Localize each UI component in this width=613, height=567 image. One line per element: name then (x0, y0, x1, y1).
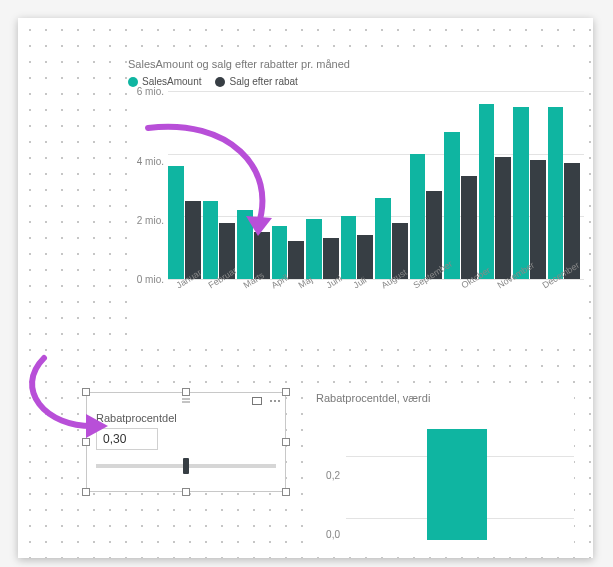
resize-handle[interactable] (282, 438, 290, 446)
bar-salesamount[interactable] (375, 198, 391, 279)
bar-group (479, 91, 512, 279)
report-canvas: SalesAmount og salg efter rabatter pr. m… (18, 18, 593, 558)
chart-title: SalesAmount og salg efter rabatter pr. m… (128, 58, 584, 70)
legend-item-salg-efter-rabat[interactable]: Salg efter rabat (215, 76, 297, 87)
bar-group (548, 91, 581, 279)
bar-group (168, 91, 201, 279)
resize-handle[interactable] (82, 438, 90, 446)
bar-group (203, 91, 236, 279)
bar-salesamount[interactable] (444, 132, 460, 279)
bar-salesamount[interactable] (168, 166, 184, 279)
bars-container (346, 410, 568, 540)
bar-group (272, 91, 305, 279)
resize-handle[interactable] (82, 388, 90, 396)
chart-plot-area: _ 0,2 0,0 (316, 410, 574, 540)
bar-group (306, 91, 339, 279)
slicer-slider-thumb[interactable] (183, 458, 189, 474)
value-bar (427, 429, 487, 540)
chart-plot-area: 6 mio. 4 mio. 2 mio. 0 mio. JanuarFebrua… (128, 91, 584, 301)
y-axis: _ 0,2 0,0 (316, 410, 344, 540)
svg-point-5 (278, 400, 280, 402)
y-tick: 6 mio. (137, 86, 164, 97)
chart-title: Rabatprocentdel, værdi (316, 392, 574, 404)
main-bar-chart[interactable]: SalesAmount og salg efter rabatter pr. m… (128, 58, 584, 338)
bar-salg-efter-rabat[interactable] (461, 176, 477, 279)
bar-salesamount[interactable] (479, 104, 495, 279)
bar-salg-efter-rabat[interactable] (495, 157, 511, 279)
svg-rect-2 (253, 398, 262, 405)
bar-group (444, 91, 477, 279)
bar-salesamount[interactable] (203, 201, 219, 279)
bar-group (237, 91, 270, 279)
bar-salesamount[interactable] (410, 154, 426, 279)
resize-handle[interactable] (182, 388, 190, 396)
rabatprocent-value-chart[interactable]: Rabatprocentdel, værdi _ 0,2 0,0 (316, 392, 574, 552)
bar-group (341, 91, 374, 279)
resize-handle[interactable] (82, 488, 90, 496)
bar-salesamount[interactable] (548, 107, 564, 279)
focus-mode-icon[interactable] (250, 394, 264, 408)
bar-salesamount[interactable] (513, 107, 529, 279)
resize-handle[interactable] (282, 388, 290, 396)
svg-point-4 (274, 400, 276, 402)
resize-handle[interactable] (182, 488, 190, 496)
slicer-slider-track[interactable] (96, 464, 276, 468)
more-options-icon[interactable] (268, 394, 282, 408)
bar-group (375, 91, 408, 279)
y-tick: 0,2 (326, 470, 340, 481)
y-tick: 0,0 (326, 529, 340, 540)
svg-point-3 (270, 400, 272, 402)
legend-dot-icon (215, 77, 225, 87)
bars-container (168, 91, 580, 279)
x-axis: JanuarFebruarMartsAprilMajJuniJuliAugust… (168, 279, 580, 301)
rabatprocent-slicer[interactable]: Rabatprocentdel (86, 392, 286, 492)
bar-salg-efter-rabat[interactable] (323, 238, 339, 279)
y-tick: 4 mio. (137, 156, 164, 167)
chart-legend: SalesAmount Salg efter rabat (128, 76, 584, 87)
y-tick: 2 mio. (137, 215, 164, 226)
legend-label: Salg efter rabat (229, 76, 297, 87)
resize-handle[interactable] (282, 488, 290, 496)
y-axis: 6 mio. 4 mio. 2 mio. 0 mio. (128, 91, 168, 279)
y-tick: 0 mio. (137, 274, 164, 285)
bar-salesamount[interactable] (237, 210, 253, 279)
bar-group (513, 91, 546, 279)
bar-group (410, 91, 443, 279)
